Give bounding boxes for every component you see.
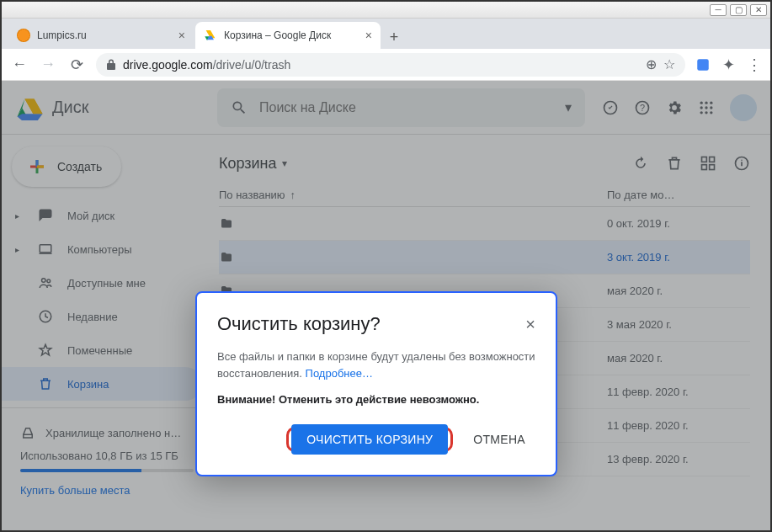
favicon-lumpics-icon xyxy=(17,29,30,42)
favicon-drive-icon xyxy=(204,29,217,42)
nav-forward-icon[interactable]: → xyxy=(39,56,57,73)
extension-icon[interactable] xyxy=(695,57,711,72)
empty-trash-dialog: Очистить корзину? × Все файлы и папки в … xyxy=(195,291,557,476)
browser-tab-active[interactable]: Корзина – Google Диск × xyxy=(195,22,381,49)
window-minimize-button[interactable]: ─ xyxy=(710,4,727,16)
dialog-learn-more-link[interactable]: Подробнее… xyxy=(306,367,373,380)
window-maximize-button[interactable]: ▢ xyxy=(730,4,747,16)
tab-close-icon[interactable]: × xyxy=(178,29,185,42)
zoom-icon[interactable]: ⊕ xyxy=(646,56,657,72)
window-close-button[interactable]: ✕ xyxy=(750,4,767,16)
url-box[interactable]: drive.google.com/drive/u/0/trash ⊕ ☆ xyxy=(96,53,685,77)
dialog-title: Очистить корзину? xyxy=(217,313,381,335)
tab-title: Lumpics.ru xyxy=(37,29,172,41)
app-root: Диск ▾ ? Создать ▸ Мой диск xyxy=(2,81,770,530)
browser-tab-strip: Lumpics.ru × Корзина – Google Диск × + xyxy=(2,19,770,49)
dialog-body: Все файлы и папки в корзине будут удален… xyxy=(217,348,535,381)
window-titlebar: ─ ▢ ✕ xyxy=(2,2,770,19)
tab-close-icon[interactable]: × xyxy=(365,29,372,42)
nav-back-icon[interactable]: ← xyxy=(10,56,29,73)
new-tab-button[interactable]: + xyxy=(382,25,406,49)
dialog-close-icon[interactable]: × xyxy=(525,315,535,334)
browser-menu-icon[interactable]: ⋮ xyxy=(747,56,762,74)
extensions-puzzle-icon[interactable]: ✦ xyxy=(722,56,735,74)
bookmark-star-icon[interactable]: ☆ xyxy=(663,56,675,72)
padlock-icon xyxy=(106,59,116,71)
cancel-button[interactable]: ОТМЕНА xyxy=(463,424,535,455)
annotation-highlight: ОЧИСТИТЬ КОРЗИНУ xyxy=(286,427,453,452)
browser-address-bar: ← → ⟳ drive.google.com/drive/u/0/trash ⊕… xyxy=(2,49,770,81)
browser-tab-inactive[interactable]: Lumpics.ru × xyxy=(8,22,194,49)
svg-rect-0 xyxy=(697,59,709,71)
dialog-warning-text: Внимание! Отменить это действие невозмож… xyxy=(217,393,535,406)
nav-reload-icon[interactable]: ⟳ xyxy=(67,56,86,74)
url-text: drive.google.com/drive/u/0/trash xyxy=(123,58,639,72)
tab-title: Корзина – Google Диск xyxy=(224,29,359,41)
empty-trash-confirm-button[interactable]: ОЧИСТИТЬ КОРЗИНУ xyxy=(291,424,448,455)
